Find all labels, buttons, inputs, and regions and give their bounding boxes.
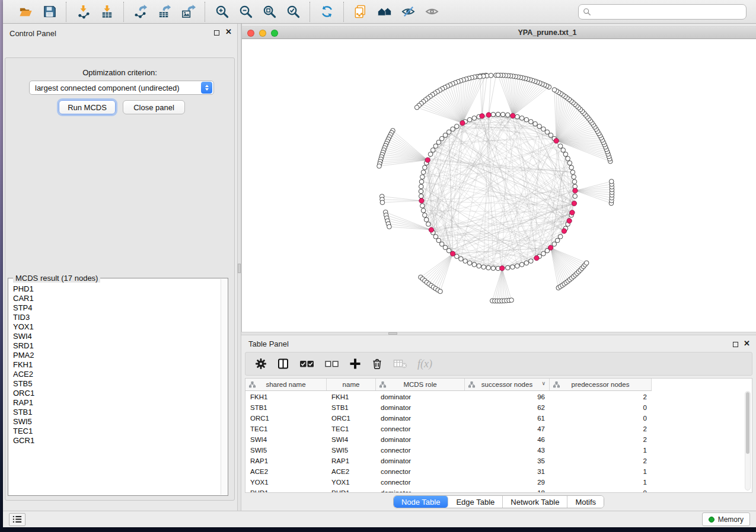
graph-node[interactable] (436, 238, 441, 243)
graph-node[interactable] (430, 148, 435, 153)
graph-node[interactable] (463, 259, 468, 264)
select-all-rows-button[interactable] (299, 357, 314, 371)
vertical-splitter[interactable] (237, 24, 241, 511)
table-cell[interactable]: FKH1 (245, 392, 327, 402)
graph-node[interactable] (537, 124, 542, 129)
graph-node-mcds[interactable] (562, 229, 566, 233)
column-header-name[interactable]: name (327, 379, 376, 390)
control-panel-float-button[interactable] (214, 30, 219, 36)
graph-node[interactable] (443, 133, 448, 137)
table-cell[interactable]: 62 (465, 403, 550, 412)
graph-node[interactable] (467, 117, 472, 122)
mcds-result-scrollbar[interactable] (221, 279, 227, 495)
window-minimize-traffic-light[interactable] (259, 30, 266, 37)
table-scrollbar-thumb[interactable] (746, 392, 749, 454)
table-row[interactable]: SWI5SWI5connector431 (245, 446, 652, 455)
table-cell[interactable]: STB1 (327, 403, 376, 412)
bottom-tab-network-table[interactable]: Network Table (503, 496, 567, 508)
graph-node[interactable] (558, 144, 563, 149)
table-cell[interactable]: dominator (376, 392, 465, 402)
table-cell[interactable]: 0 (550, 414, 652, 423)
export-image-button[interactable] (178, 3, 197, 21)
first-neighbors-button[interactable] (375, 3, 394, 21)
table-cell[interactable]: RAP1 (327, 456, 376, 466)
graph-node[interactable] (423, 213, 428, 217)
graph-node[interactable] (419, 184, 423, 189)
graph-node[interactable] (561, 148, 566, 153)
table-cell[interactable]: ACE2 (327, 467, 376, 476)
table-cell[interactable]: 2 (550, 392, 652, 402)
bottom-tab-node-table[interactable]: Node Table (394, 496, 449, 508)
table-panel-close-button[interactable]: ✕ (744, 339, 750, 348)
network-canvas[interactable] (242, 39, 756, 331)
graph-node[interactable] (491, 112, 496, 117)
graph-node[interactable] (433, 235, 438, 239)
graph-node[interactable] (524, 117, 529, 122)
graph-node[interactable] (446, 130, 451, 134)
graph-node[interactable] (541, 127, 546, 132)
table-options-button[interactable] (255, 357, 267, 371)
graph-node[interactable] (573, 194, 578, 198)
graph-node-mcds[interactable] (500, 266, 505, 271)
graph-node[interactable] (426, 222, 431, 227)
table-cell[interactable]: ACE2 (245, 467, 327, 476)
run-mcds-button[interactable]: Run MCDS (59, 100, 116, 114)
zoom-in-button[interactable] (212, 3, 231, 21)
table-cell[interactable]: dominator (376, 435, 465, 444)
table-row[interactable]: YOX1YOX1connector291 (245, 477, 652, 487)
graph-node[interactable] (552, 242, 557, 246)
export-network-button[interactable] (131, 3, 150, 21)
table-cell[interactable]: STB1 (245, 403, 327, 412)
graph-node[interactable] (420, 204, 425, 209)
graph-node-mcds[interactable] (511, 113, 515, 118)
zoom-fit-button[interactable] (260, 3, 279, 21)
graph-node[interactable] (420, 175, 425, 180)
graph-node[interactable] (609, 179, 614, 184)
graph-node[interactable] (555, 238, 560, 243)
graph-node[interactable] (570, 170, 575, 175)
table-row[interactable]: FKH1FKH1dominator962 (245, 392, 652, 402)
graph-node[interactable] (478, 75, 483, 79)
graph-node-mcds[interactable] (429, 227, 433, 232)
table-cell[interactable]: RAP1 (245, 456, 327, 466)
graph-node-mcds[interactable] (567, 219, 572, 223)
new-network-from-selection-button[interactable] (351, 3, 370, 21)
graph-node[interactable] (552, 88, 557, 92)
graph-node[interactable] (419, 180, 424, 184)
import-network-button[interactable] (74, 3, 92, 21)
graph-node[interactable] (455, 124, 460, 129)
graph-node[interactable] (515, 264, 520, 268)
table-cell[interactable]: ORC1 (327, 414, 376, 423)
table-cell[interactable]: 2 (550, 424, 652, 434)
graph-node[interactable] (572, 175, 576, 180)
table-cell[interactable]: dominator (376, 414, 465, 423)
table-row[interactable]: STB1STB1dominator620 (245, 403, 652, 412)
graph-node[interactable] (548, 133, 553, 137)
table-cell[interactable]: 18 (465, 488, 550, 493)
graph-node[interactable] (584, 261, 589, 265)
graph-node[interactable] (569, 165, 574, 170)
criterion-select[interactable]: largest connected component (undirected) (29, 81, 214, 95)
zoom-out-button[interactable] (236, 3, 255, 21)
graph-node[interactable] (496, 73, 500, 78)
graph-node[interactable] (443, 245, 448, 250)
graph-node[interactable] (421, 209, 426, 213)
graph-node-mcds[interactable] (554, 139, 559, 143)
mcds-result-item[interactable]: STB1 (13, 408, 221, 417)
apply-layout-button[interactable] (317, 3, 336, 21)
graph-node[interactable] (567, 161, 572, 165)
graph-node-mcds[interactable] (419, 198, 424, 203)
table-cell[interactable]: 29 (465, 477, 550, 487)
graph-node[interactable] (505, 113, 510, 117)
graph-node[interactable] (419, 194, 423, 198)
graph-node[interactable] (423, 165, 428, 170)
graph-node[interactable] (467, 261, 472, 265)
mcds-result-item[interactable]: TEC1 (13, 427, 221, 436)
graph-node[interactable] (515, 114, 520, 119)
graph-node[interactable] (439, 242, 444, 246)
close-panel-button[interactable]: Close panel (123, 100, 185, 114)
graph-node[interactable] (451, 127, 455, 132)
show-all-button[interactable] (422, 3, 441, 21)
table-row[interactable]: TEC1TEC1connector472 (245, 424, 652, 434)
graph-node[interactable] (436, 140, 441, 145)
